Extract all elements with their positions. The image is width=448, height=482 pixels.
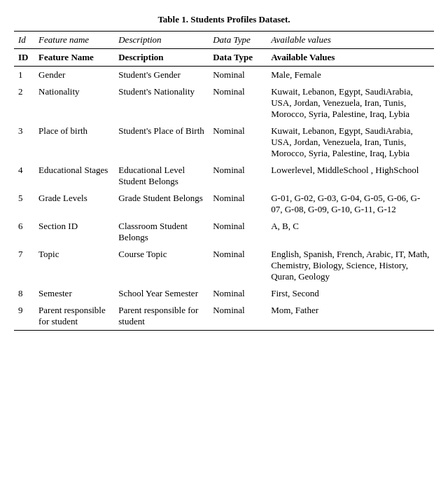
cell-id-3: 4 (14, 162, 34, 190)
table-row: 1GenderStudent's GenderNominalMale, Fema… (14, 67, 434, 84)
cell-id-4: 5 (14, 190, 34, 218)
table-title-bold: Table 1. (158, 14, 188, 25)
cell-id-0: 1 (14, 67, 34, 84)
header-id: ID (14, 49, 34, 67)
table-row: 3Place of birthStudent's Place of BirthN… (14, 123, 434, 162)
header-description: Description (114, 49, 209, 67)
cell-description-0: Student's Gender (114, 67, 209, 84)
cell-values-3: Lowerlevel, MiddleSchool , HighSchool (267, 162, 434, 190)
cell-id-8: 9 (14, 302, 34, 331)
header-feature: Feature Name (34, 49, 114, 67)
cell-values-1: Kuwait, Lebanon, Egypt, SaudiArabia, USA… (267, 83, 434, 123)
table-title: Table 1. Students Profiles Dataset. (14, 14, 434, 25)
table-row: 5Grade LevelsGrade Student BelongsNomina… (14, 190, 434, 218)
header-values: Available Values (267, 49, 434, 67)
cell-feature-8: Parent responsible for student (34, 302, 114, 331)
table-row: 9Parent responsible for studentParent re… (14, 302, 434, 331)
cell-id-1: 2 (14, 83, 34, 123)
header-datatype: Data Type (209, 49, 267, 67)
cell-values-2: Kuwait, Lebanon, Egypt, SaudiArabia, USA… (267, 123, 434, 162)
cell-datatype-4: Nominal (209, 190, 267, 218)
cell-datatype-1: Nominal (209, 83, 267, 123)
cell-id-2: 3 (14, 123, 34, 162)
table-title-rest: Students Profiles Dataset. (188, 14, 290, 25)
cell-values-0: Male, Female (267, 67, 434, 84)
cell-description-7: School Year Semester (114, 285, 209, 302)
col-header-values: Available values (267, 32, 434, 49)
table-row: 2NationalityStudent's NationalityNominal… (14, 83, 434, 123)
cell-description-1: Student's Nationality (114, 83, 209, 123)
table-row: 8SemesterSchool Year SemesterNominalFirs… (14, 285, 434, 302)
cell-feature-7: Semester (34, 285, 114, 302)
cell-feature-2: Place of birth (34, 123, 114, 162)
cell-datatype-5: Nominal (209, 218, 267, 246)
table-row: 6Section IDClassroom Student BelongsNomi… (14, 218, 434, 246)
cell-values-7: First, Second (267, 285, 434, 302)
data-header-row: ID Feature Name Description Data Type Av… (14, 49, 434, 67)
col-header-datatype: Data Type (209, 32, 267, 49)
cell-feature-5: Section ID (34, 218, 114, 246)
col-header-feature: Feature name (34, 32, 114, 49)
cell-datatype-3: Nominal (209, 162, 267, 190)
cell-values-5: A, B, C (267, 218, 434, 246)
cell-description-3: Educational Level Student Belongs (114, 162, 209, 190)
data-table: Id Feature name Description Data Type Av… (14, 31, 434, 331)
cell-values-8: Mom, Father (267, 302, 434, 331)
cell-feature-3: Educational Stages (34, 162, 114, 190)
cell-datatype-7: Nominal (209, 285, 267, 302)
cell-feature-6: Topic (34, 246, 114, 285)
table-row: 4Educational StagesEducational Level Stu… (14, 162, 434, 190)
table-row: 7TopicCourse TopicNominalEnglish, Spanis… (14, 246, 434, 285)
col-header-id: Id (14, 32, 34, 49)
cell-values-4: G-01, G-02, G-03, G-04, G-05, G-06, G-07… (267, 190, 434, 218)
cell-description-5: Classroom Student Belongs (114, 218, 209, 246)
cell-datatype-2: Nominal (209, 123, 267, 162)
cell-feature-4: Grade Levels (34, 190, 114, 218)
cell-feature-0: Gender (34, 67, 114, 84)
cell-id-7: 8 (14, 285, 34, 302)
cell-feature-1: Nationality (34, 83, 114, 123)
column-header-row: Id Feature name Description Data Type Av… (14, 32, 434, 49)
col-header-description: Description (114, 32, 209, 49)
cell-id-5: 6 (14, 218, 34, 246)
cell-values-6: English, Spanish, French, Arabic, IT, Ma… (267, 246, 434, 285)
cell-datatype-0: Nominal (209, 67, 267, 84)
cell-id-6: 7 (14, 246, 34, 285)
cell-description-8: Parent responsible for student (114, 302, 209, 331)
cell-datatype-8: Nominal (209, 302, 267, 331)
cell-datatype-6: Nominal (209, 246, 267, 285)
cell-description-6: Course Topic (114, 246, 209, 285)
cell-description-2: Student's Place of Birth (114, 123, 209, 162)
cell-description-4: Grade Student Belongs (114, 190, 209, 218)
